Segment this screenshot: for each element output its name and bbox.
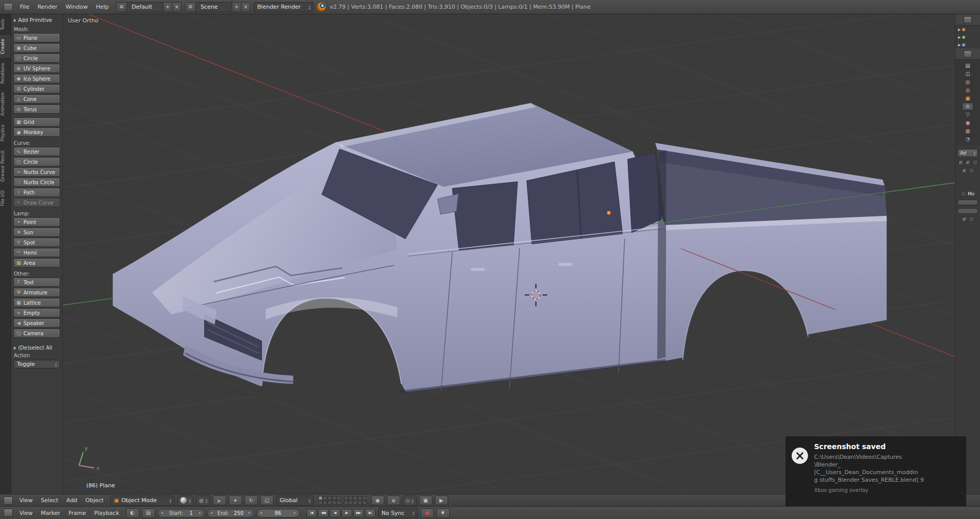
layer-cell-2[interactable] <box>323 496 327 500</box>
add-modifier-button[interactable]: Ad <box>958 149 978 157</box>
scene-selector[interactable]: Scene + × <box>185 2 251 12</box>
camera-button[interactable]: ▢Camera <box>13 329 60 338</box>
circle-button[interactable]: ○Circle <box>13 54 60 63</box>
render-tab-icon[interactable]: ▤ <box>962 62 973 69</box>
decrement-icon[interactable] <box>161 511 163 515</box>
topbar-menu-file[interactable]: File <box>16 4 33 10</box>
start-frame-field[interactable]: Start: 1 <box>158 509 205 517</box>
scene-value[interactable]: Scene <box>196 3 232 12</box>
path-button[interactable]: ≀Path <box>13 188 60 197</box>
checkbox-icon[interactable] <box>972 160 978 165</box>
layer-cell-5[interactable] <box>337 496 341 500</box>
checkbox-icon[interactable] <box>969 216 974 222</box>
current-frame-field[interactable]: 86 <box>257 509 300 517</box>
nurbs-curve-button[interactable]: ∾Nurbs Curve <box>13 167 60 177</box>
increment-icon[interactable] <box>199 511 201 515</box>
snap-toggle[interactable] <box>387 496 400 505</box>
vheader-menu-object[interactable]: Object <box>81 497 108 504</box>
jump-next-keyframe-button[interactable]: ▶▶ <box>353 509 364 517</box>
cylinder-button[interactable]: ⊟Cylinder <box>13 84 60 93</box>
point-button[interactable]: •Point <box>13 217 60 227</box>
editor-type-properties-icon[interactable] <box>964 51 972 58</box>
sync-mode-selector[interactable]: No Sync <box>378 508 418 518</box>
layer-cell-20[interactable] <box>362 501 366 505</box>
editor-type-info-icon[interactable] <box>4 3 13 11</box>
layout-selector[interactable]: Default + × <box>116 2 182 12</box>
plane-button[interactable]: ▭Plane <box>13 33 60 42</box>
layer-cell-15[interactable] <box>362 496 366 500</box>
increment-icon[interactable] <box>294 511 296 515</box>
toolshelf-tab-animation[interactable]: Animation <box>0 88 11 120</box>
ico-sphere-button[interactable]: ◉Ico Sphere <box>13 74 60 83</box>
opengl-render-anim-button[interactable] <box>435 496 448 505</box>
topbar-menu-help[interactable]: Help <box>92 4 113 10</box>
screenshot-toast[interactable]: × Screenshot saved C:\Users\Dean\Videos\… <box>786 436 966 506</box>
deselect-panel-header[interactable]: (De)select All <box>13 345 60 351</box>
layer-cell-1[interactable] <box>318 496 323 500</box>
checkbox-icon[interactable] <box>958 160 964 165</box>
scene-tab-icon[interactable]: ◎ <box>962 78 973 86</box>
manipulator-scale-toggle[interactable] <box>260 496 274 505</box>
use-preview-range-toggle[interactable] <box>126 508 139 518</box>
layer-cell-4[interactable] <box>332 496 336 500</box>
topbar-menu-window[interactable]: Window <box>62 4 92 10</box>
increment-icon[interactable] <box>249 511 251 515</box>
hemi-button[interactable]: ◠Hemi <box>13 248 60 257</box>
viewport-canvas[interactable]: x y <box>63 14 955 494</box>
mirror-modifier-row[interactable]: Mir <box>961 191 975 196</box>
layer-cell-3[interactable] <box>328 496 332 500</box>
layer-cell-14[interactable] <box>358 496 362 500</box>
editor-type-3dview-icon[interactable] <box>4 497 13 505</box>
object-data-tab-icon[interactable]: ▽ <box>962 111 973 118</box>
object-origin-dot[interactable] <box>607 211 610 215</box>
editor-type-outliner-icon[interactable] <box>964 16 972 23</box>
toolshelf-tab-create[interactable]: Create <box>0 34 11 58</box>
timeline-menu-playback[interactable]: Playback <box>90 510 123 516</box>
area-button[interactable]: ▤Area <box>13 258 60 267</box>
uv-sphere-button[interactable]: ◍UV Sphere <box>13 64 60 73</box>
lock-camera-toggle[interactable] <box>371 496 384 505</box>
texture-tab-icon[interactable]: ▦ <box>962 127 973 135</box>
layer-cell-19[interactable] <box>358 501 362 505</box>
mode-selector[interactable]: Object Mode <box>110 496 175 506</box>
empty-button[interactable]: +Empty <box>13 308 60 317</box>
play-button[interactable]: ▶ <box>341 509 352 517</box>
jump-prev-keyframe-button[interactable]: ◀◀ <box>318 509 329 517</box>
layer-cell-9[interactable] <box>332 501 336 505</box>
sun-button[interactable]: ☀Sun <box>13 228 60 237</box>
end-frame-field[interactable]: End: 250 <box>207 509 254 517</box>
opengl-render-button[interactable] <box>419 496 432 505</box>
checkbox-icon[interactable] <box>962 168 967 174</box>
pivot-selector[interactable] <box>196 496 210 506</box>
checkbox-icon[interactable] <box>969 168 974 174</box>
layer-cell-6[interactable] <box>318 501 323 505</box>
orientation-selector[interactable]: Global <box>276 496 314 506</box>
layout-value[interactable]: Default <box>127 3 163 12</box>
jump-to-end-button[interactable]: ▶| <box>365 509 376 517</box>
layer-cell-18[interactable] <box>353 501 357 505</box>
outliner-item[interactable] <box>955 26 980 33</box>
cube-button[interactable]: ▣Cube <box>13 43 60 53</box>
layout-close-button[interactable]: × <box>172 3 181 12</box>
layer-cell-10[interactable] <box>337 501 341 505</box>
editor-type-timeline-icon[interactable] <box>4 509 13 517</box>
torus-button[interactable]: ◎Torus <box>13 105 60 114</box>
timeline-menu-marker[interactable]: Marker <box>37 510 64 516</box>
vheader-menu-select[interactable]: Select <box>37 497 62 504</box>
manipulator-translate-toggle[interactable] <box>229 496 242 505</box>
slider-widget[interactable] <box>958 200 978 205</box>
layer-cell-13[interactable] <box>353 496 357 500</box>
text-button[interactable]: FText <box>13 278 60 287</box>
truck-model[interactable] <box>113 103 887 399</box>
toolshelf-tab-grease-pencil[interactable]: Grease Pencil <box>0 146 11 186</box>
manipulator-rotate-toggle[interactable] <box>244 496 258 505</box>
modifiers-tab-icon[interactable]: ⚙ <box>962 103 973 110</box>
monkey-button[interactable]: ◕Monkey <box>13 128 60 137</box>
viewport-3d[interactable]: x y User Ortho (86) Plane <box>63 14 955 494</box>
layer-cell-7[interactable] <box>323 501 327 505</box>
speaker-button[interactable]: ◀Speaker <box>13 318 60 328</box>
toolshelf-tab-file-i-o[interactable]: File I/O <box>0 186 11 210</box>
layer-cell-17[interactable] <box>349 501 353 505</box>
play-reverse-button[interactable]: ◀ <box>330 509 340 517</box>
timeline-menu-frame[interactable]: Frame <box>64 510 90 516</box>
